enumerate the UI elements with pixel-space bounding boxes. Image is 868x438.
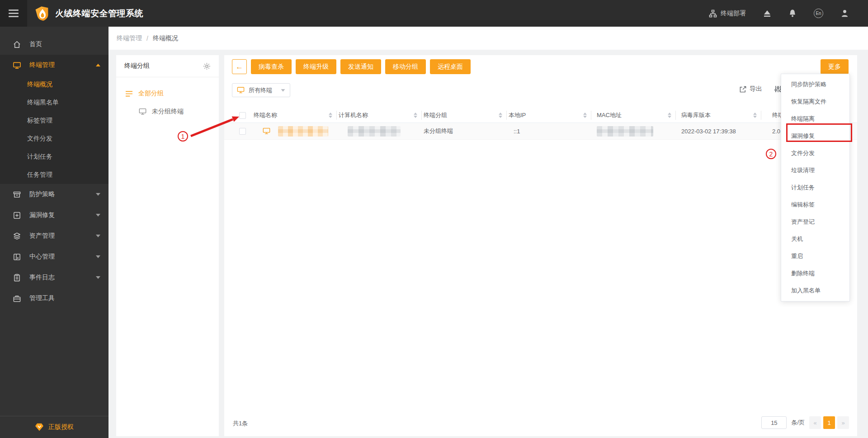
sidebar-item-management-tools[interactable]: 管理工具 <box>0 288 108 309</box>
sidebar-item-terminal-management[interactable]: 终端管理 <box>0 55 108 75</box>
row-checkbox[interactable] <box>239 128 246 135</box>
menu-item-shutdown[interactable]: 关机 <box>781 231 849 248</box>
computer-name-redacted <box>348 126 401 137</box>
page-1-button[interactable]: 1 <box>823 416 835 429</box>
page-size-unit: 条/页 <box>791 419 805 427</box>
protection-policy-icon <box>13 190 21 199</box>
terminal-icon <box>139 108 146 115</box>
virus-db-version-cell: 2022-03-02 17:39:38 <box>681 128 736 135</box>
app-title: 火绒终端安全管理系统 <box>55 8 143 19</box>
select-all-checkbox[interactable] <box>239 112 246 119</box>
terminal-group-cell: 未分组终端 <box>424 127 453 135</box>
group-item-all[interactable]: 全部分组 <box>116 85 219 103</box>
toolbar: ← 病毒查杀 终端升级 发送通知 移动分组 远程桌面 <box>232 59 471 74</box>
remote-desktop-button[interactable]: 远程桌面 <box>430 59 471 74</box>
export-button[interactable]: 导出 <box>739 85 762 93</box>
breadcrumb: 终端管理 / 终端概况 <box>108 27 868 50</box>
export-icon <box>739 85 747 93</box>
sort-icon[interactable] <box>499 113 502 118</box>
language-button[interactable]: En <box>814 9 823 18</box>
back-button[interactable]: ← <box>232 59 247 74</box>
sidebar-item-home[interactable]: 首页 <box>0 34 108 55</box>
license-badge[interactable]: 正版授权 <box>0 416 108 438</box>
prev-page-button[interactable]: « <box>809 416 821 429</box>
terminal-filter-select[interactable]: 所有终端 <box>232 83 290 97</box>
virus-scan-button[interactable]: 病毒查杀 <box>251 59 292 74</box>
terminal-table: 终端名称 计算机名称 终端分组 本地IP MAC地址 <box>224 108 857 140</box>
sort-icon[interactable] <box>329 113 332 118</box>
sidebar-item-protection-policy[interactable]: 防护策略 <box>0 184 108 205</box>
group-item-label: 未分组终端 <box>152 108 184 116</box>
sidebar-item-terminal-blacklist[interactable]: 终端黑名单 <box>0 94 108 112</box>
pagination: 共1条 15 条/页 « 1 » <box>224 416 857 430</box>
menu-item-asset-registration[interactable]: 资产登记 <box>781 213 849 231</box>
sidebar-item-tag-management[interactable]: 标签管理 <box>0 112 108 130</box>
menu-item-edit-tags[interactable]: 编辑标签 <box>781 196 849 213</box>
terminal-icon <box>237 87 245 94</box>
notifications-button[interactable] <box>788 9 797 18</box>
sidebar-item-label: 资产管理 <box>29 232 55 240</box>
deploy-button[interactable]: 终端部署 <box>709 9 746 18</box>
local-ip-cell: ::1 <box>514 128 520 135</box>
more-button[interactable]: 更多 <box>821 59 849 74</box>
page-size-select[interactable]: 15 <box>761 416 787 429</box>
menu-item-junk-clean[interactable]: 垃圾清理 <box>781 162 849 179</box>
column-computer-name[interactable]: 计算机名称 <box>337 111 422 120</box>
next-page-button[interactable]: » <box>837 416 849 429</box>
menu-toggle-button[interactable] <box>0 0 27 27</box>
sidebar-item-asset-management[interactable]: 资产管理 <box>0 226 108 246</box>
sort-icon[interactable] <box>753 113 757 118</box>
sidebar-item-vulnerability-fix[interactable]: 漏洞修复 <box>0 205 108 226</box>
sort-icon[interactable] <box>414 113 417 118</box>
column-local-ip[interactable]: 本地IP <box>507 111 591 120</box>
chevron-down-icon <box>96 276 100 279</box>
mac-address-redacted <box>597 126 653 137</box>
menu-item-sync-policy[interactable]: 同步防护策略 <box>781 76 849 93</box>
center-management-icon <box>13 253 21 261</box>
menu-item-delete-terminal[interactable]: 删除终端 <box>781 265 849 282</box>
group-item-ungrouped[interactable]: 未分组终端 <box>116 103 219 121</box>
breadcrumb-parent[interactable]: 终端管理 <box>117 34 142 42</box>
menu-item-scheduled-tasks[interactable]: 计划任务 <box>781 179 849 196</box>
user-button[interactable] <box>840 9 849 18</box>
sidebar-item-event-log[interactable]: 事件日志 <box>0 267 108 288</box>
terminal-upgrade-button[interactable]: 终端升级 <box>296 59 336 74</box>
sidebar-item-terminal-overview[interactable]: 终端概况 <box>0 75 108 94</box>
sidebar-item-file-distribution[interactable]: 文件分发 <box>0 130 108 148</box>
table-row[interactable]: 未分组终端 ::1 2022-03-02 17:39:38 2.0.4 <box>224 123 857 140</box>
upgrade-button[interactable] <box>763 9 771 18</box>
export-label: 导出 <box>750 85 762 93</box>
sidebar-item-scheduled-tasks[interactable]: 计划任务 <box>0 148 108 166</box>
topbar: 火绒终端安全管理系统 终端部署 <box>0 0 868 27</box>
group-item-label: 全部分组 <box>138 89 164 98</box>
license-gem-icon <box>35 423 44 431</box>
menu-item-restore-quarantine[interactable]: 恢复隔离文件 <box>781 93 849 110</box>
terminal-name-redacted <box>278 126 328 137</box>
sidebar-item-label: 首页 <box>29 40 42 48</box>
sort-icon[interactable] <box>668 113 671 118</box>
chevron-down-icon <box>96 193 100 196</box>
sidebar-item-label: 管理工具 <box>29 294 55 302</box>
menu-item-restart[interactable]: 重启 <box>781 248 849 265</box>
terminal-online-icon <box>263 127 270 135</box>
column-mac-address[interactable]: MAC地址 <box>591 111 676 120</box>
menu-item-file-distribution[interactable]: 文件分发 <box>781 145 849 162</box>
move-group-button[interactable]: 移动分组 <box>385 59 426 74</box>
column-virus-db-version[interactable]: 病毒库版本 <box>676 111 761 120</box>
terminal-management-icon <box>13 61 21 70</box>
back-icon: ← <box>236 62 243 71</box>
sidebar-item-center-management[interactable]: 中心管理 <box>0 246 108 267</box>
group-settings-button[interactable] <box>203 62 211 70</box>
gear-icon <box>203 62 211 70</box>
menu-item-vulnerability-fix[interactable]: 漏洞修复 <box>781 127 849 145</box>
sort-icon[interactable] <box>583 113 587 118</box>
chevron-down-icon <box>96 214 100 217</box>
menu-item-add-blacklist[interactable]: 加入黑名单 <box>781 282 849 299</box>
column-terminal-name[interactable]: 终端名称 <box>253 111 337 120</box>
license-label: 正版授权 <box>48 423 74 431</box>
sidebar-item-task-management[interactable]: 任务管理 <box>0 166 108 184</box>
menu-item-terminal-isolation[interactable]: 终端隔离 <box>781 110 849 127</box>
send-notice-button[interactable]: 发送通知 <box>340 59 381 74</box>
sidebar: 首页 终端管理 终端概况 终端黑名单 标签管理 文件分发 <box>0 27 108 438</box>
column-terminal-group[interactable]: 终端分组 <box>422 111 507 120</box>
